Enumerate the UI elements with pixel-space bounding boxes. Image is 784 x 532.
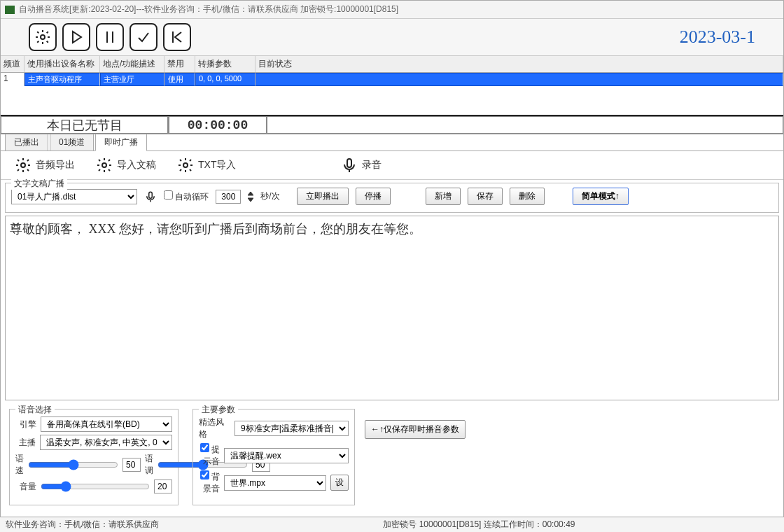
cell-channel: 1 <box>1 73 24 86</box>
channel-grid[interactable]: 1 主声音驱动程序 主营业厅 使用 0, 0, 0, 5000 <box>1 73 783 116</box>
voice-select-fieldset: 语音选择 引擎 备用高保真在线引擎(BD) 主播 温柔女声, 标准女声, 中英文… <box>9 409 178 505</box>
volume-value[interactable] <box>154 479 172 493</box>
main-params-fieldset: 主要参数 精选风格 9标准女声|温柔标准播音| 提示音 温馨提醒.wex 背景音… <box>192 409 355 505</box>
spinner-icon[interactable] <box>248 191 253 202</box>
interval-input[interactable] <box>216 190 241 204</box>
svg-rect-8 <box>347 159 351 167</box>
tip-sound-label[interactable]: 提示音 <box>199 443 220 468</box>
import-script-label: 导入文稿 <box>117 159 156 172</box>
save-only-panel: ←↑仅保存即时播音参数 <box>365 406 484 508</box>
play-button[interactable] <box>62 23 90 51</box>
cell-params: 0, 0, 0, 5000 <box>195 73 255 86</box>
script-text-area[interactable]: 尊敬的顾客， XXX 您好，请您听到广播后到商场前台，您的朋友在等您。 <box>5 216 779 400</box>
tab-instant-broadcast[interactable]: 即时广播 <box>95 134 147 151</box>
engine-label: 引擎 <box>15 419 36 430</box>
voice-select-legend: 语音选择 <box>15 404 55 416</box>
audio-export-button[interactable]: 音频导出 <box>15 157 75 174</box>
audio-export-label: 音频导出 <box>36 159 75 172</box>
simple-mode-button[interactable]: 简单模式↑ <box>573 188 629 205</box>
bg-sound-select[interactable]: 世界.mpx <box>224 475 326 491</box>
channel-grid-header: 频道 使用播出设备名称 地点/功能描述 禁用 转播参数 目前状态 <box>1 56 783 73</box>
col-device: 使用播出设备名称 <box>24 56 100 72</box>
svg-marker-1 <box>73 31 81 43</box>
svg-point-0 <box>41 35 45 39</box>
table-row[interactable]: 1 主声音驱动程序 主营业厅 使用 0, 0, 0, 5000 <box>1 73 783 86</box>
main-tabs: 已播出 01频道 即时广播 <box>1 134 783 151</box>
col-location: 地点/功能描述 <box>100 56 164 72</box>
col-channel: 频道 <box>1 56 24 72</box>
bg-sound-label[interactable]: 背景音 <box>199 470 220 495</box>
play-now-button[interactable]: 立即播出 <box>297 188 349 205</box>
style-label: 精选风格 <box>199 416 230 440</box>
record-button[interactable]: 录音 <box>341 157 382 174</box>
action-toolbar: 音频导出 导入文稿 TXT导入 录音 <box>1 151 783 180</box>
col-status: 目前状态 <box>255 56 783 72</box>
settings-button[interactable] <box>29 23 57 51</box>
bottom-panels: 语音选择 引擎 备用高保真在线引擎(BD) 主播 温柔女声, 标准女声, 中英文… <box>1 403 783 511</box>
delete-button[interactable]: 删除 <box>510 188 545 205</box>
style-select[interactable]: 9标准女声|温柔标准播音| <box>234 421 349 436</box>
cell-disable: 使用 <box>164 73 195 86</box>
tab-channel01[interactable]: 01频道 <box>50 134 94 150</box>
anchor-label: 主播 <box>15 437 36 449</box>
record-label: 录音 <box>362 159 382 172</box>
pitch-label: 语调 <box>145 453 153 477</box>
app-icon <box>5 6 15 14</box>
cell-device: 主声音驱动程序 <box>24 73 100 86</box>
main-toolbar: 2023-03-1 <box>1 19 783 56</box>
auto-loop-label[interactable]: 自动循环 <box>164 190 209 203</box>
tab-played[interactable]: 已播出 <box>5 134 48 150</box>
svg-point-7 <box>183 163 188 167</box>
window-titlebar: 自动播音系统[更新:2023-02-20]---软件业务咨询：手机/微信：请联系… <box>1 1 783 19</box>
status-bar: 软件业务咨询：手机/微信：请联系供应商 加密锁号 10000001[D815] … <box>0 517 784 532</box>
gear-icon <box>15 157 31 174</box>
svg-marker-11 <box>248 198 253 202</box>
gear-icon <box>96 157 113 174</box>
import-script-button[interactable]: 导入文稿 <box>96 157 156 174</box>
microphone-icon <box>341 157 358 174</box>
col-disable: 禁用 <box>164 56 195 72</box>
interval-unit: 秒/次 <box>260 190 279 202</box>
pause-button[interactable] <box>96 23 124 51</box>
main-params-legend: 主要参数 <box>199 404 238 416</box>
bg-sound-checkbox[interactable] <box>200 470 209 479</box>
volume-label: 音量 <box>15 481 36 493</box>
cell-status <box>255 73 783 86</box>
stop-button[interactable]: 停播 <box>356 188 391 205</box>
svg-marker-10 <box>248 192 253 195</box>
svg-point-6 <box>102 163 106 167</box>
status-contact: 软件业务咨询：手机/微信：请联系供应商 <box>6 519 159 531</box>
bg-set-button[interactable]: 设 <box>330 475 349 491</box>
svg-rect-9 <box>149 192 153 198</box>
status-lock: 加密锁号 10000001[D815] 连续工作时间：00:00:49 <box>383 519 575 531</box>
engine-select[interactable]: 备用高保真在线引擎(BD) <box>41 416 172 432</box>
txt-import-button[interactable]: TXT导入 <box>177 157 236 174</box>
script-file-select[interactable]: 01寻人广播.dlst <box>11 189 137 204</box>
txt-import-label: TXT导入 <box>198 159 236 172</box>
volume-slider[interactable] <box>41 481 150 492</box>
no-program-label: 本日已无节目 <box>1 116 169 134</box>
microphone-icon[interactable] <box>144 190 157 203</box>
tip-sound-select[interactable]: 温馨提醒.wex <box>224 448 349 463</box>
speed-value[interactable] <box>122 458 141 472</box>
save-button[interactable]: 保存 <box>468 188 503 205</box>
speed-slider[interactable] <box>28 459 118 470</box>
svg-point-5 <box>21 163 25 167</box>
anchor-select[interactable]: 温柔女声, 标准女声, 中英文, 0 <box>40 435 172 450</box>
new-button[interactable]: 新增 <box>426 188 461 205</box>
save-instant-params-button[interactable]: ←↑仅保存即时播音参数 <box>365 420 465 439</box>
window-title: 自动播音系统[更新:2023-02-20]---软件业务咨询：手机/微信：请联系… <box>19 4 398 15</box>
col-params: 转播参数 <box>195 56 255 72</box>
speed-label: 语速 <box>15 453 24 477</box>
cell-location: 主营业厅 <box>100 73 164 86</box>
status-spacer <box>267 116 783 134</box>
tip-sound-checkbox[interactable] <box>200 443 209 452</box>
script-broadcast-fieldset: 文字文稿广播 01寻人广播.dlst 自动循环 秒/次 立即播出 停播 新增 保… <box>5 183 779 213</box>
status-row: 本日已无节目 00:00:00 <box>1 116 783 134</box>
back-button[interactable] <box>163 23 191 51</box>
script-broadcast-legend: 文字文稿广播 <box>11 178 67 190</box>
timer-display: 00:00:00 <box>169 116 267 134</box>
gear-icon <box>177 157 194 174</box>
check-button[interactable] <box>130 23 158 51</box>
auto-loop-checkbox[interactable] <box>164 190 173 200</box>
